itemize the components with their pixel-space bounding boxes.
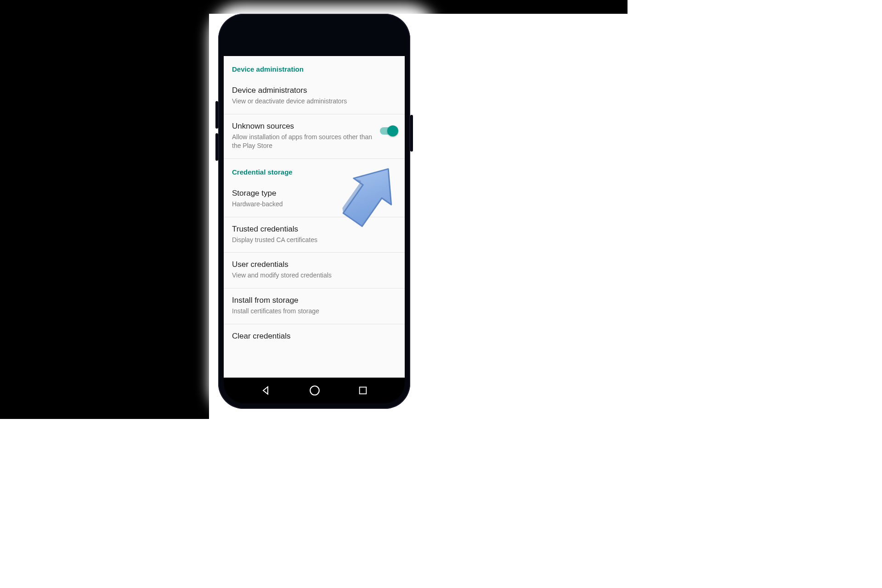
setting-subtitle: Hardware-backed	[232, 200, 396, 209]
setting-title: Unknown sources	[232, 122, 374, 131]
settings-screen: Device administration Device administrat…	[224, 56, 405, 378]
setting-trusted-credentials[interactable]: Trusted credentials Display trusted CA c…	[224, 217, 405, 253]
setting-title: Trusted credentials	[232, 225, 396, 234]
setting-text: Device administrators View or deactivate…	[232, 86, 396, 106]
volume-down-button	[215, 133, 218, 161]
setting-device-administrators[interactable]: Device administrators View or deactivate…	[224, 79, 405, 114]
setting-title: Clear credentials	[232, 332, 396, 341]
setting-text: Trusted credentials Display trusted CA c…	[232, 225, 396, 244]
section-header-device-administration: Device administration	[224, 56, 405, 79]
setting-subtitle: View and modify stored credentials	[232, 271, 396, 280]
unknown-sources-toggle[interactable]	[380, 127, 396, 135]
setting-title: Install from storage	[232, 296, 396, 305]
setting-subtitle: Allow installation of apps from sources …	[232, 133, 374, 150]
setting-clear-credentials[interactable]: Clear credentials	[224, 324, 405, 351]
section-header-credential-storage: Credential storage	[224, 159, 405, 181]
setting-user-credentials[interactable]: User credentials View and modify stored …	[224, 253, 405, 288]
setting-text: Storage type Hardware-backed	[232, 189, 396, 209]
setting-title: Device administrators	[232, 86, 396, 95]
nav-back-icon[interactable]	[260, 385, 271, 396]
power-button	[410, 115, 413, 152]
setting-install-from-storage[interactable]: Install from storage Install certificate…	[224, 288, 405, 324]
setting-subtitle: View or deactivate device administrators	[232, 97, 396, 106]
svg-rect-1	[359, 387, 366, 394]
toggle-knob-icon	[387, 125, 398, 136]
setting-title: Storage type	[232, 189, 396, 198]
android-nav-bar	[224, 378, 405, 403]
svg-point-0	[310, 386, 319, 395]
phone-frame: Device administration Device administrat…	[218, 14, 410, 409]
setting-text: Clear credentials	[232, 332, 396, 343]
setting-title: User credentials	[232, 260, 396, 269]
setting-text: Install from storage Install certificate…	[232, 296, 396, 316]
setting-text: User credentials View and modify stored …	[232, 260, 396, 280]
display-notch	[284, 19, 344, 32]
nav-home-icon[interactable]	[309, 384, 321, 396]
page-black-left	[0, 0, 209, 419]
setting-subtitle: Install certificates from storage	[232, 307, 396, 316]
setting-subtitle: Display trusted CA certificates	[232, 236, 396, 244]
volume-up-button	[215, 101, 218, 129]
setting-unknown-sources[interactable]: Unknown sources Allow installation of ap…	[224, 114, 405, 159]
setting-text: Unknown sources Allow installation of ap…	[232, 122, 374, 150]
setting-storage-type[interactable]: Storage type Hardware-backed	[224, 181, 405, 217]
phone-screen-container: Device administration Device administrat…	[224, 19, 405, 403]
nav-recent-icon[interactable]	[358, 385, 368, 396]
